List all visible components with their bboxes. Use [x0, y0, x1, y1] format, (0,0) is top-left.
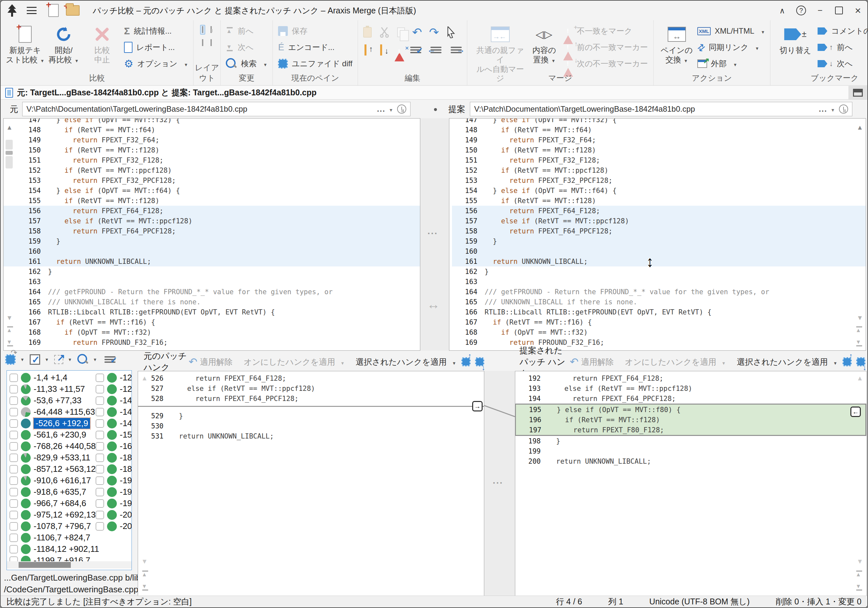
diff-down-marker-icon[interactable]: ▼	[857, 314, 863, 322]
hunk-range-label[interactable]: -768,26 +440,58	[34, 441, 96, 451]
right-browse-button[interactable]: ...	[819, 104, 827, 114]
apply-hunks-button[interactable]	[54, 355, 72, 364]
hunk-range-label[interactable]: -64,448 +115,63	[34, 407, 95, 417]
previous-hunk-icon[interactable]	[462, 357, 471, 366]
hunk-checkbox[interactable]	[96, 465, 104, 473]
jump-last-diff-icon[interactable]	[6, 339, 14, 347]
hunk-list-item[interactable]: -561,6 +230,9	[9, 429, 99, 440]
hunk-list-item[interactable]: -151	[96, 429, 132, 440]
hunk-mode-button[interactable]	[5, 354, 25, 365]
insert-after-icon[interactable]	[379, 44, 389, 56]
apply-left-button[interactable]	[850, 406, 861, 417]
replace-content-button[interactable]: 内容の置換	[528, 23, 561, 65]
jump-last-diff-icon[interactable]	[855, 583, 863, 591]
hunk-checkbox[interactable]	[9, 499, 18, 508]
previous-hunk-icon[interactable]	[843, 357, 852, 366]
jump-first-diff-icon[interactable]	[141, 571, 149, 578]
swap-panes-button[interactable]: ペインの交換	[659, 23, 695, 65]
hunk-list-scrollbar[interactable]	[7, 561, 132, 569]
hunk-range-label[interactable]: -526,6 +192,9	[34, 418, 90, 429]
hunk-checkbox[interactable]	[96, 454, 104, 462]
left-path-dropdown[interactable]	[389, 104, 393, 114]
hunk-range-label[interactable]: -129	[120, 384, 132, 394]
hunk-checkbox[interactable]	[9, 533, 18, 542]
apply-right-button[interactable]	[472, 401, 483, 411]
hunk-range-label[interactable]: -161	[120, 441, 132, 451]
right-path-input[interactable]: V:\Patch\Documentation\TargetLoweringBas…	[470, 102, 852, 116]
maximize-pane-button[interactable]	[848, 86, 867, 99]
hunk-range-label[interactable]: -151	[120, 430, 132, 440]
hunk-checkbox[interactable]	[96, 511, 104, 519]
hunk-list-item[interactable]: -203	[96, 509, 132, 521]
hunk-list-item[interactable]: -966,7 +684,6	[9, 498, 99, 509]
diff-down-marker-icon[interactable]: ▼	[857, 558, 863, 565]
hunk-checkbox[interactable]	[9, 511, 18, 519]
hunk-checkbox[interactable]	[9, 465, 18, 473]
hunk-range-label[interactable]: -209	[120, 521, 132, 531]
hunk-range-label[interactable]: -975,12 +692,13	[34, 510, 96, 520]
proposed-file-pane[interactable]: 147 } else if (OpVT == MVT::f32) {148 if…	[449, 118, 866, 351]
hunk-list-item[interactable]: -127	[96, 372, 132, 383]
right-history-icon[interactable]	[839, 104, 848, 114]
hunk-list-item[interactable]: -53,6 +77,33	[9, 395, 99, 406]
hunk-checkbox[interactable]	[9, 373, 18, 382]
minimize-button[interactable]	[811, 1, 829, 20]
hunk-checkbox[interactable]	[9, 522, 18, 530]
hunk-checkbox[interactable]	[96, 373, 104, 382]
hunk-range-label[interactable]: -127	[120, 373, 132, 383]
jump-last-diff-icon[interactable]	[141, 583, 149, 591]
help-button[interactable]	[792, 1, 811, 20]
hunk-checkbox[interactable]	[96, 431, 104, 439]
layout-three-horizontal-button[interactable]	[209, 38, 214, 48]
checklist-icon[interactable]	[410, 47, 421, 53]
right-path-dropdown[interactable]	[831, 104, 835, 114]
check-hunks-button[interactable]	[30, 354, 49, 365]
hunk-checkbox[interactable]	[9, 419, 18, 428]
search-button[interactable]: 検索	[226, 56, 267, 72]
encoding-button[interactable]: エンコード...	[278, 39, 352, 56]
left-history-icon[interactable]	[397, 104, 406, 114]
hunk-list-item[interactable]: -768,26 +440,58	[9, 440, 99, 452]
hunk-range-label[interactable]: -190	[120, 476, 132, 485]
hunk-list-item[interactable]: -141	[96, 395, 132, 406]
hunk-checkbox[interactable]	[96, 419, 104, 428]
hunk-range-label[interactable]: -183	[120, 453, 132, 463]
layout-two-horizontal-button[interactable]	[200, 38, 205, 48]
hunk-checkbox[interactable]	[96, 442, 104, 451]
unindent-icon[interactable]	[431, 47, 442, 53]
next-hunk-icon[interactable]	[856, 357, 865, 366]
hunk-range-label[interactable]: -829,9 +533,11	[34, 453, 90, 463]
hunk-range-label[interactable]: -1184,12 +902,11	[34, 544, 99, 554]
jump-first-diff-icon[interactable]	[855, 326, 863, 334]
hunk-checkbox[interactable]	[9, 454, 18, 462]
hunk-checkbox[interactable]	[9, 408, 18, 416]
xml-html-button[interactable]: XMLXML/HTML	[698, 23, 765, 39]
redo-icon[interactable]	[429, 25, 439, 39]
gutter-ellipsis[interactable]: ...	[428, 226, 438, 236]
report-button[interactable]: レポート...	[124, 39, 188, 56]
new-text-compare-button[interactable]: 新規テキスト比較	[6, 23, 44, 65]
hunk-list-item[interactable]: -145	[96, 418, 132, 429]
hunk-range-label[interactable]: -857,12 +563,12	[34, 464, 96, 474]
hunk-list-item[interactable]: -857,12 +563,12	[9, 463, 99, 475]
layout-two-vertical-button[interactable]	[200, 25, 205, 34]
layout-three-vertical-button[interactable]	[209, 25, 214, 34]
hunk-list-item[interactable]: -918,6 +635,7	[9, 486, 99, 498]
diff-down-marker-icon[interactable]: ▼	[141, 558, 148, 565]
hunk-list-item[interactable]: -1,4 +1,4	[9, 372, 99, 383]
gutter-ellipsis[interactable]: ...	[493, 476, 503, 486]
hunk-range-label[interactable]: -143	[120, 407, 132, 417]
hunk-checkbox[interactable]	[9, 442, 18, 451]
hunk-list-item[interactable]: -1106,7 +824,7	[9, 532, 99, 543]
hunk-checkbox[interactable]	[96, 397, 104, 405]
hunk-checkbox[interactable]	[96, 385, 104, 393]
hunk-range-label[interactable]: -53,6 +77,33	[34, 395, 82, 406]
hunk-list-item[interactable]: -975,12 +692,13	[9, 509, 99, 521]
collapse-ribbon-button[interactable]	[773, 1, 792, 20]
bookmark-toggle-button[interactable]: 切り替え	[776, 23, 815, 55]
pointer-icon[interactable]	[446, 26, 456, 38]
hunk-range-label[interactable]: -11,33 +11,57	[34, 384, 85, 394]
hunk-list-item[interactable]: -64,448 +115,63	[9, 406, 99, 418]
start-recompare-button[interactable]: 開始/再比較	[44, 23, 83, 65]
hunk-list-item[interactable]: -183	[96, 452, 132, 463]
